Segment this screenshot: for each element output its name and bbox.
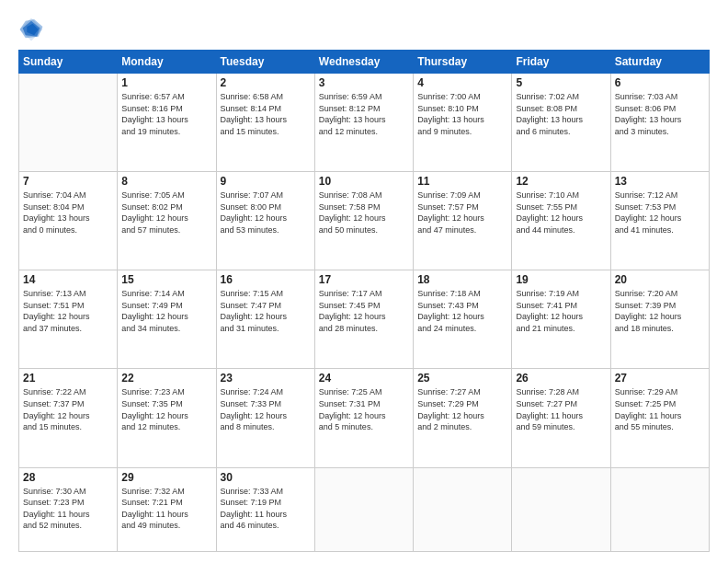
day-number: 4 <box>417 76 507 89</box>
calendar-cell: 25Sunrise: 7:27 AM Sunset: 7:29 PM Dayli… <box>414 369 512 467</box>
day-number: 25 <box>417 372 507 385</box>
calendar-cell: 7Sunrise: 7:04 AM Sunset: 8:04 PM Daylig… <box>19 172 118 270</box>
calendar-cell: 12Sunrise: 7:10 AM Sunset: 7:55 PM Dayli… <box>512 172 610 270</box>
calendar-cell <box>512 467 610 551</box>
calendar-cell: 10Sunrise: 7:08 AM Sunset: 7:58 PM Dayli… <box>314 172 413 270</box>
day-info: Sunrise: 6:58 AM Sunset: 8:14 PM Dayligh… <box>221 91 311 137</box>
day-number: 28 <box>23 471 113 484</box>
day-number: 26 <box>516 372 606 385</box>
day-of-week-header: Tuesday <box>216 51 314 74</box>
calendar-cell: 2Sunrise: 6:58 AM Sunset: 8:14 PM Daylig… <box>216 74 314 172</box>
day-info: Sunrise: 7:08 AM Sunset: 7:58 PM Dayligh… <box>319 190 409 236</box>
day-of-week-header: Monday <box>118 51 216 74</box>
calendar-cell: 22Sunrise: 7:23 AM Sunset: 7:35 PM Dayli… <box>118 369 216 467</box>
day-number: 30 <box>221 471 311 484</box>
day-info: Sunrise: 7:10 AM Sunset: 7:55 PM Dayligh… <box>516 190 606 236</box>
day-info: Sunrise: 7:13 AM Sunset: 7:51 PM Dayligh… <box>23 288 113 334</box>
calendar-cell: 11Sunrise: 7:09 AM Sunset: 7:57 PM Dayli… <box>414 172 512 270</box>
calendar-cell: 6Sunrise: 7:03 AM Sunset: 8:06 PM Daylig… <box>610 74 709 172</box>
calendar-cell <box>314 467 413 551</box>
day-info: Sunrise: 6:57 AM Sunset: 8:16 PM Dayligh… <box>121 91 211 137</box>
day-info: Sunrise: 7:17 AM Sunset: 7:45 PM Dayligh… <box>319 288 409 334</box>
day-number: 12 <box>516 175 606 188</box>
day-info: Sunrise: 7:24 AM Sunset: 7:33 PM Dayligh… <box>221 386 311 432</box>
day-info: Sunrise: 7:12 AM Sunset: 7:53 PM Dayligh… <box>615 190 705 236</box>
day-number: 20 <box>615 273 705 286</box>
calendar-cell: 16Sunrise: 7:15 AM Sunset: 7:47 PM Dayli… <box>216 270 314 369</box>
day-number: 27 <box>615 372 705 385</box>
calendar-cell: 14Sunrise: 7:13 AM Sunset: 7:51 PM Dayli… <box>19 270 118 369</box>
day-number: 17 <box>319 273 409 286</box>
day-info: Sunrise: 7:07 AM Sunset: 8:00 PM Dayligh… <box>221 190 311 236</box>
calendar-cell: 23Sunrise: 7:24 AM Sunset: 7:33 PM Dayli… <box>216 369 314 467</box>
day-number: 10 <box>319 175 409 188</box>
page: SundayMondayTuesdayWednesdayThursdayFrid… <box>0 0 728 563</box>
day-info: Sunrise: 7:19 AM Sunset: 7:41 PM Dayligh… <box>516 288 606 334</box>
calendar-cell: 17Sunrise: 7:17 AM Sunset: 7:45 PM Dayli… <box>314 270 413 369</box>
day-info: Sunrise: 7:15 AM Sunset: 7:47 PM Dayligh… <box>221 288 311 334</box>
day-info: Sunrise: 7:09 AM Sunset: 7:57 PM Dayligh… <box>417 190 507 236</box>
day-number: 13 <box>615 175 705 188</box>
day-info: Sunrise: 7:02 AM Sunset: 8:08 PM Dayligh… <box>516 91 606 137</box>
day-number: 24 <box>319 372 409 385</box>
calendar-week-row: 21Sunrise: 7:22 AM Sunset: 7:37 PM Dayli… <box>19 369 710 467</box>
header <box>18 17 710 42</box>
calendar-cell: 30Sunrise: 7:33 AM Sunset: 7:19 PM Dayli… <box>216 467 314 551</box>
day-number: 23 <box>221 372 311 385</box>
calendar-cell: 8Sunrise: 7:05 AM Sunset: 8:02 PM Daylig… <box>118 172 216 270</box>
day-number: 21 <box>23 372 113 385</box>
days-header-row: SundayMondayTuesdayWednesdayThursdayFrid… <box>19 51 710 74</box>
calendar-cell: 18Sunrise: 7:18 AM Sunset: 7:43 PM Dayli… <box>414 270 512 369</box>
day-of-week-header: Thursday <box>414 51 512 74</box>
day-of-week-header: Saturday <box>610 51 709 74</box>
day-info: Sunrise: 7:03 AM Sunset: 8:06 PM Dayligh… <box>615 91 705 137</box>
day-info: Sunrise: 7:23 AM Sunset: 7:35 PM Dayligh… <box>121 386 211 432</box>
calendar-cell: 28Sunrise: 7:30 AM Sunset: 7:23 PM Dayli… <box>19 467 118 551</box>
calendar-cell: 4Sunrise: 7:00 AM Sunset: 8:10 PM Daylig… <box>414 74 512 172</box>
day-info: Sunrise: 7:33 AM Sunset: 7:19 PM Dayligh… <box>221 486 311 532</box>
day-number: 29 <box>121 471 211 484</box>
day-info: Sunrise: 7:29 AM Sunset: 7:25 PM Dayligh… <box>615 386 705 432</box>
calendar-cell: 5Sunrise: 7:02 AM Sunset: 8:08 PM Daylig… <box>512 74 610 172</box>
calendar-cell: 26Sunrise: 7:28 AM Sunset: 7:27 PM Dayli… <box>512 369 610 467</box>
logo <box>18 17 48 42</box>
day-number: 9 <box>221 175 311 188</box>
day-info: Sunrise: 7:20 AM Sunset: 7:39 PM Dayligh… <box>615 288 705 334</box>
calendar-cell: 20Sunrise: 7:20 AM Sunset: 7:39 PM Dayli… <box>610 270 709 369</box>
day-number: 1 <box>121 76 211 89</box>
day-of-week-header: Wednesday <box>314 51 413 74</box>
day-of-week-header: Sunday <box>19 51 118 74</box>
calendar-table: SundayMondayTuesdayWednesdayThursdayFrid… <box>18 50 710 552</box>
day-number: 5 <box>516 76 606 89</box>
day-number: 11 <box>417 175 507 188</box>
calendar-week-row: 1Sunrise: 6:57 AM Sunset: 8:16 PM Daylig… <box>19 74 710 172</box>
calendar-cell: 29Sunrise: 7:32 AM Sunset: 7:21 PM Dayli… <box>118 467 216 551</box>
day-info: Sunrise: 7:04 AM Sunset: 8:04 PM Dayligh… <box>23 190 113 236</box>
logo-icon <box>18 17 44 42</box>
calendar-week-row: 14Sunrise: 7:13 AM Sunset: 7:51 PM Dayli… <box>19 270 710 369</box>
day-info: Sunrise: 7:32 AM Sunset: 7:21 PM Dayligh… <box>121 486 211 532</box>
day-info: Sunrise: 7:18 AM Sunset: 7:43 PM Dayligh… <box>417 288 507 334</box>
calendar-cell: 9Sunrise: 7:07 AM Sunset: 8:00 PM Daylig… <box>216 172 314 270</box>
day-info: Sunrise: 7:28 AM Sunset: 7:27 PM Dayligh… <box>516 386 606 432</box>
calendar-cell <box>19 74 118 172</box>
day-number: 2 <box>221 76 311 89</box>
day-number: 18 <box>417 273 507 286</box>
calendar-cell <box>414 467 512 551</box>
calendar-week-row: 7Sunrise: 7:04 AM Sunset: 8:04 PM Daylig… <box>19 172 710 270</box>
day-info: Sunrise: 7:00 AM Sunset: 8:10 PM Dayligh… <box>417 91 507 137</box>
day-info: Sunrise: 6:59 AM Sunset: 8:12 PM Dayligh… <box>319 91 409 137</box>
day-info: Sunrise: 7:05 AM Sunset: 8:02 PM Dayligh… <box>121 190 211 236</box>
day-info: Sunrise: 7:22 AM Sunset: 7:37 PM Dayligh… <box>23 386 113 432</box>
day-number: 3 <box>319 76 409 89</box>
calendar-cell: 19Sunrise: 7:19 AM Sunset: 7:41 PM Dayli… <box>512 270 610 369</box>
day-number: 6 <box>615 76 705 89</box>
day-info: Sunrise: 7:30 AM Sunset: 7:23 PM Dayligh… <box>23 486 113 532</box>
calendar-cell: 21Sunrise: 7:22 AM Sunset: 7:37 PM Dayli… <box>19 369 118 467</box>
day-number: 15 <box>121 273 211 286</box>
day-number: 8 <box>121 175 211 188</box>
calendar-cell <box>610 467 709 551</box>
calendar-cell: 15Sunrise: 7:14 AM Sunset: 7:49 PM Dayli… <box>118 270 216 369</box>
day-number: 22 <box>121 372 211 385</box>
day-info: Sunrise: 7:14 AM Sunset: 7:49 PM Dayligh… <box>121 288 211 334</box>
